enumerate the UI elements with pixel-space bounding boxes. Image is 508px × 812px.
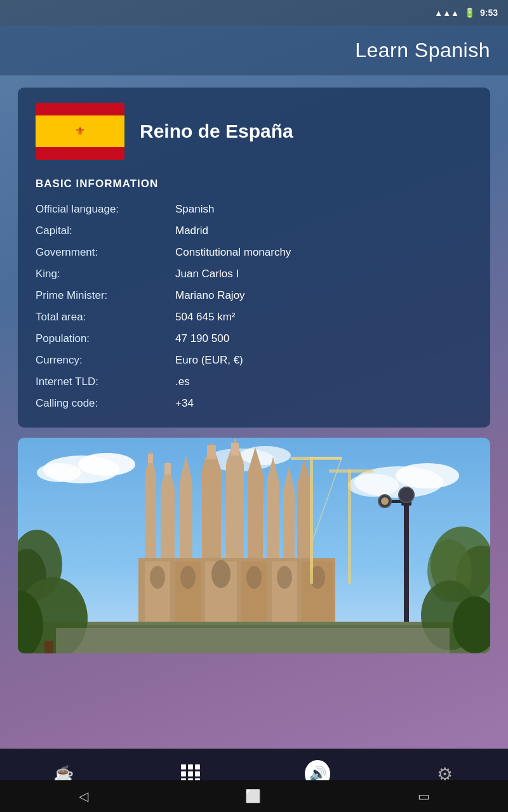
spain-flag: ⚜ (36, 103, 124, 160)
info-table: Official language: Spanish Capital: Madr… (36, 203, 472, 410)
flag-yellow-stripe: ⚜ (36, 115, 124, 147)
battery-icon: 🔋 (464, 8, 475, 18)
svg-point-57 (381, 497, 389, 505)
main-content: ⚜ Reino de España BASIC INFORMATION Offi… (0, 76, 508, 665)
label-calling-code: Calling code: (36, 397, 175, 410)
country-name: Reino de España (140, 120, 293, 143)
android-system-nav: ◁ ⬜ ▭ (0, 780, 508, 812)
app-title: Learn Spanish (355, 39, 490, 62)
svg-point-58 (399, 487, 414, 502)
svg-rect-51 (348, 469, 351, 584)
app-header: Learn Spanish (0, 25, 508, 76)
svg-rect-66 (44, 641, 53, 653)
flag-emblem: ⚜ (75, 124, 85, 138)
svg-rect-22 (207, 445, 216, 459)
svg-point-45 (277, 566, 292, 589)
svg-point-5 (396, 463, 459, 488)
country-header: ⚜ Reino de España (36, 103, 472, 160)
value-official-language: Spanish (175, 203, 472, 216)
value-population: 47 190 500 (175, 332, 472, 345)
svg-rect-52 (329, 469, 373, 473)
landmark-image (18, 438, 490, 653)
svg-point-2 (78, 453, 135, 476)
signal-icon: ▲▲▲ (434, 8, 459, 18)
svg-rect-14 (148, 454, 153, 463)
flag-red-stripe-top (36, 103, 124, 115)
back-button[interactable]: ◁ (79, 789, 88, 804)
label-total-area: Total area: (36, 311, 175, 324)
value-internet-tld: .es (175, 376, 472, 388)
label-king: King: (36, 268, 175, 280)
label-capital: Capital: (36, 225, 175, 237)
section-title: BASIC INFORMATION (36, 178, 472, 190)
label-government: Government: (36, 246, 175, 259)
sagrada-familia-scene (18, 438, 490, 653)
svg-point-8 (240, 446, 291, 465)
svg-point-43 (211, 560, 231, 588)
label-currency: Currency: (36, 354, 175, 367)
time-display: 9:53 (480, 8, 498, 18)
home-button[interactable]: ⬜ (245, 789, 261, 804)
value-government: Constitutional monarchy (175, 246, 472, 259)
value-calling-code: +34 (175, 397, 472, 410)
value-capital: Madrid (175, 225, 472, 237)
label-internet-tld: Internet TLD: (36, 376, 175, 388)
svg-rect-53 (404, 501, 409, 641)
label-prime-minister: Prime Minister: (36, 289, 175, 302)
value-prime-minister: Mariano Rajoy (175, 289, 472, 302)
label-official-language: Official language: (36, 203, 175, 216)
svg-rect-69 (56, 628, 450, 653)
recents-button[interactable]: ▭ (418, 789, 430, 804)
svg-point-42 (180, 566, 196, 589)
svg-rect-17 (164, 463, 171, 475)
country-info-card: ⚜ Reino de España BASIC INFORMATION Offi… (18, 88, 490, 428)
label-population: Population: (36, 332, 175, 345)
value-total-area: 504 645 km² (175, 311, 472, 324)
svg-point-44 (246, 566, 262, 589)
flag-red-stripe-bottom (36, 147, 124, 160)
value-king: Juan Carlos I (175, 268, 472, 280)
svg-point-41 (150, 566, 165, 589)
value-currency: Euro (EUR, €) (175, 354, 472, 367)
svg-point-6 (348, 474, 399, 497)
svg-point-3 (37, 463, 81, 482)
status-bar: ▲▲▲ 🔋 9:53 (0, 0, 508, 25)
svg-rect-47 (310, 457, 313, 584)
svg-rect-25 (231, 443, 239, 455)
